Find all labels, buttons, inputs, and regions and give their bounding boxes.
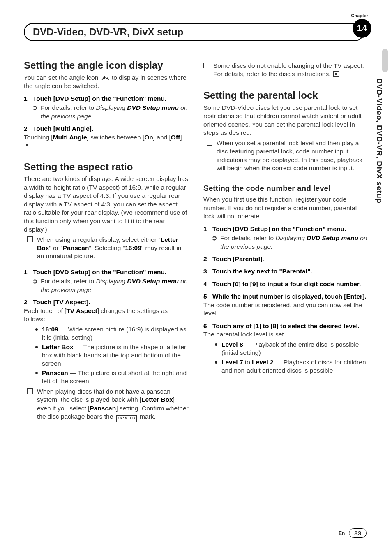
text: Touch [TV Aspect].: [33, 299, 90, 306]
end-of-section-icon: [333, 71, 339, 77]
body-text: When you first use this function, regist…: [203, 195, 368, 220]
text: DVD Setup menu: [125, 104, 179, 111]
body-text: The parental lock level is set.: [203, 330, 368, 338]
text: ". Selecting ": [89, 244, 125, 251]
step-heading: 4Touch [0] to [9] to input a four digit …: [203, 280, 368, 288]
text: Displaying: [96, 104, 125, 111]
body-text: You can set the angle icon to display in…: [24, 74, 189, 90]
text: DVD Setup menu: [125, 278, 179, 285]
step-heading: 5While the input number is displayed, to…: [203, 292, 368, 301]
text: Multi Angle: [53, 134, 87, 141]
angle-icon: [100, 74, 110, 80]
note-text: Some discs do not enable changing of the…: [213, 62, 368, 79]
reference-arrow-icon: ➲: [212, 234, 217, 251]
text: For details, refer to: [41, 104, 96, 111]
step-heading: 1Touch [DVD Setup] on the "Function" men…: [24, 95, 189, 103]
reference-text: For details, refer to Displaying DVD Set…: [220, 234, 368, 251]
heading-parental-lock: Setting the parental lock: [203, 90, 368, 101]
text: DVD Setup menu: [305, 234, 358, 241]
left-column: Setting the angle icon display You can s…: [24, 60, 189, 422]
chapter-label: Chapter: [351, 13, 368, 18]
list-item: 16:09 — Wide screen picture (16:9) is di…: [35, 325, 189, 342]
svg-point-0: [101, 79, 103, 80]
side-tab-label: DVD-Video, DVD-VR, DivX setup: [373, 78, 385, 226]
text: Touch [DVD Setup] on the "Function" menu…: [33, 269, 166, 276]
heading-aspect-ratio: Setting the aspect ratio: [24, 162, 189, 173]
text: On: [144, 134, 153, 141]
text: Level 2: [252, 359, 274, 366]
text: Touch [0] to [9] to input a four digit c…: [212, 280, 361, 287]
step-heading: 6Touch any of [1] to [8] to select the d…: [203, 322, 368, 330]
bullet-icon: [215, 361, 217, 364]
step-heading: 2Touch [Parental].: [203, 255, 368, 263]
columns: Setting the angle icon display You can s…: [24, 60, 368, 422]
bullet-icon: [215, 343, 217, 346]
bullet-list: Level 8 — Playback of the entire disc is…: [203, 341, 368, 375]
text: Each touch of [: [24, 307, 66, 314]
text: Off: [171, 134, 180, 141]
text: Panscan: [42, 369, 68, 376]
text: TV Aspect: [66, 307, 97, 314]
text: ] and [: [153, 134, 171, 141]
text: — Wide screen picture (16:9) is displaye…: [42, 326, 187, 341]
reference-arrow-icon: ➲: [32, 104, 37, 120]
note-text: When using a regular display, select eit…: [37, 236, 189, 261]
svg-point-1: [108, 79, 109, 80]
text: Displaying: [96, 278, 125, 285]
step-heading: 2Touch [TV Aspect].: [24, 298, 189, 306]
end-of-section-icon: [25, 143, 30, 148]
text: Touching [: [24, 134, 53, 141]
text: Touch [DVD Setup] on the "Function" menu…: [212, 225, 346, 232]
step-heading: 1Touch [DVD Setup] on the "Function" men…: [24, 268, 189, 276]
note-icon: [27, 388, 33, 394]
bullet-icon: [35, 346, 38, 348]
page-title-frame: DVD-Video, DVD-VR, DivX setup: [24, 23, 364, 41]
text: Panscan: [90, 405, 116, 412]
text: For details, refer to: [41, 278, 96, 285]
text: " or ": [49, 244, 62, 251]
text: Letter Box: [42, 343, 74, 350]
bullet-list: 16:09 — Wide screen picture (16:9) is di…: [24, 325, 189, 386]
note-row: When using a regular display, select eit…: [24, 236, 189, 261]
text: Touch [Multi Angle].: [33, 125, 93, 132]
body-text: Touching [Multi Angle] switches between …: [24, 133, 189, 150]
text: ] switches between [: [87, 134, 145, 141]
text: You can set the angle icon: [24, 74, 100, 81]
footer: En 83: [339, 528, 367, 538]
list-item: Panscan — The picture is cut short at th…: [35, 369, 189, 386]
list-item: Level 7 to Level 2 — Playback of discs f…: [215, 358, 368, 375]
reference-row: ➲ For details, refer to Displaying DVD S…: [24, 104, 189, 120]
heading-angle-icon: Setting the angle icon display: [24, 60, 189, 71]
text: While the input number is displayed, tou…: [212, 293, 367, 300]
heading-code-level: Setting the code number and level: [203, 184, 368, 193]
list-item: Letter Box — The picture is in the shape…: [35, 343, 189, 368]
reference-row: ➲ For details, refer to Displaying DVD S…: [203, 234, 368, 251]
step-heading: 3Touch the key next to "Parental".: [203, 267, 368, 276]
note-text: When playing discs that do not have a pa…: [37, 387, 189, 422]
text: For details, refer to: [220, 234, 275, 241]
text: LB: [129, 416, 136, 422]
reference-text: For details, refer to Displaying DVD Set…: [41, 104, 189, 120]
note-row: When you set a parental lock level and t…: [203, 139, 368, 173]
step-heading: 2Touch [Multi Angle].: [24, 125, 189, 133]
text: Some discs do not enable changing of the…: [213, 62, 364, 77]
text: When using a regular display, select eit…: [37, 236, 161, 243]
body-text: Some DVD-Video discs let you use parenta…: [203, 104, 368, 137]
note-row: Some discs do not enable changing of the…: [203, 62, 368, 79]
body-text: There are two kinds of displays. A wide …: [24, 175, 189, 234]
body-text: Each touch of [TV Aspect] changes the se…: [24, 307, 189, 324]
note-icon: [203, 63, 209, 68]
step-heading: 1Touch [DVD Setup] on the "Function" men…: [203, 225, 368, 233]
reference-arrow-icon: ➲: [32, 277, 37, 294]
text: 16:09: [125, 244, 141, 251]
text: Touch the key next to "Parental".: [212, 268, 312, 275]
body-text: The code number is registered, and you c…: [203, 301, 368, 318]
reference-text: For details, refer to Displaying DVD Set…: [41, 277, 189, 294]
bullet-icon: [35, 328, 38, 331]
right-column: Some discs do not enable changing of the…: [203, 60, 368, 422]
text: Letter Box: [141, 396, 173, 403]
text: 16:09: [42, 326, 58, 333]
text: Displaying: [275, 234, 305, 241]
text: mark.: [140, 413, 156, 420]
page-title: DVD-Video, DVD-VR, DivX setup: [33, 26, 183, 38]
